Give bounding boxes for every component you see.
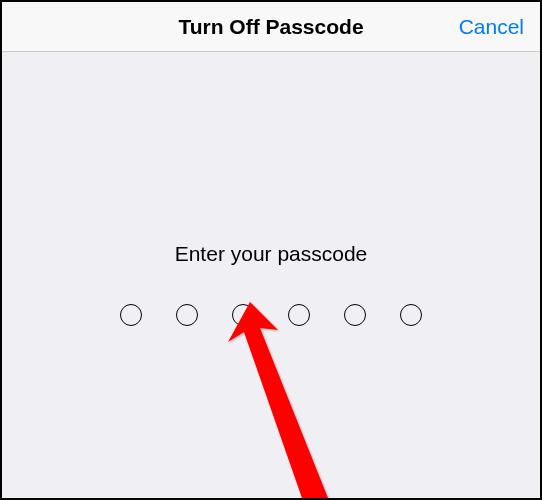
passcode-entry-area: Enter your passcode (2, 52, 540, 326)
passcode-dot (176, 304, 198, 326)
passcode-dots[interactable] (120, 304, 422, 326)
passcode-dot (120, 304, 142, 326)
passcode-dot (400, 304, 422, 326)
passcode-dot (232, 304, 254, 326)
passcode-prompt: Enter your passcode (175, 242, 368, 266)
passcode-dot (344, 304, 366, 326)
svg-marker-0 (228, 302, 328, 498)
page-title: Turn Off Passcode (178, 15, 363, 39)
navigation-bar: Turn Off Passcode Cancel (2, 2, 540, 52)
passcode-dot (288, 304, 310, 326)
cancel-button[interactable]: Cancel (459, 15, 524, 39)
